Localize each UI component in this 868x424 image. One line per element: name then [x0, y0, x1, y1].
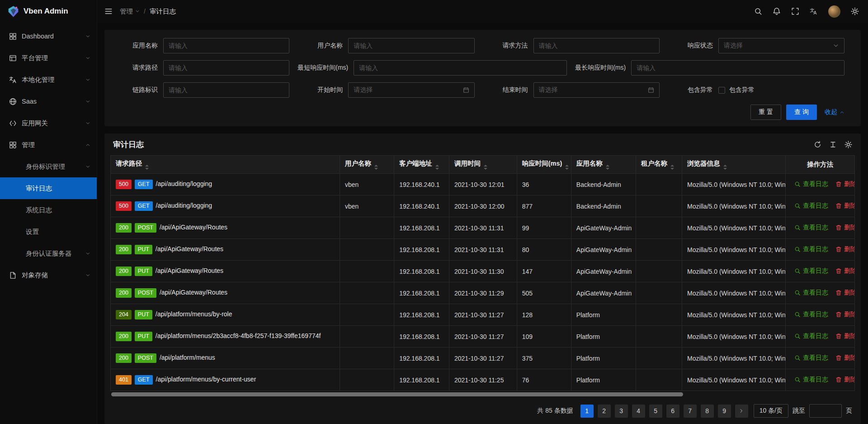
view-log-button[interactable]: 查看日志 — [794, 332, 828, 340]
cell-path: 200POST/api/platform/menus — [111, 348, 340, 369]
collapse-button[interactable]: 收起 — [825, 108, 844, 116]
sort-icon[interactable] — [484, 165, 487, 170]
sort-icon[interactable] — [435, 165, 439, 170]
delete-button[interactable]: 删除 — [835, 289, 855, 297]
view-log-button[interactable]: 查看日志 — [794, 376, 828, 384]
delete-button[interactable]: 删除 — [835, 354, 855, 362]
sort-icon[interactable] — [145, 165, 149, 170]
delete-button[interactable]: 删除 — [835, 202, 855, 210]
menu-collapse-icon[interactable] — [104, 7, 113, 15]
request-method-input[interactable] — [533, 38, 660, 53]
view-log-button[interactable]: 查看日志 — [794, 180, 828, 188]
scrollbar-thumb[interactable] — [111, 392, 683, 396]
page-button-8[interactable]: 8 — [701, 405, 714, 418]
translate-icon[interactable]: 文A — [810, 7, 818, 15]
sort-icon[interactable] — [565, 165, 569, 170]
max-response-time-input[interactable] — [631, 60, 844, 76]
view-log-button[interactable]: 查看日志 — [794, 224, 828, 232]
sidebar-item-5[interactable]: 管理 — [0, 134, 97, 156]
page-button-2[interactable]: 2 — [598, 405, 611, 418]
filter-label: 包含异常 — [668, 86, 718, 94]
table-settings-icon[interactable] — [844, 141, 852, 148]
page-button-7[interactable]: 7 — [684, 405, 697, 418]
bell-icon[interactable] — [773, 7, 781, 15]
page-button-4[interactable]: 4 — [632, 405, 645, 418]
sidebar-item-11[interactable]: 对象存储 — [0, 264, 97, 286]
view-log-button[interactable]: 查看日志 — [794, 202, 828, 210]
sort-icon[interactable] — [723, 165, 727, 170]
delete-button[interactable]: 删除 — [835, 267, 855, 275]
sidebar-item-6[interactable]: 身份标识管理 — [0, 156, 97, 177]
sidebar-item-0[interactable]: Dashboard — [0, 25, 97, 47]
status-badge: 200 — [116, 353, 132, 363]
sort-icon[interactable] — [606, 165, 609, 170]
delete-icon — [835, 333, 842, 339]
view-log-button[interactable]: 查看日志 — [794, 289, 828, 297]
user-avatar[interactable] — [828, 5, 840, 18]
page-size-select[interactable]: 10 条/页 — [754, 404, 788, 418]
user-name-input[interactable] — [348, 38, 474, 53]
min-response-time-input[interactable] — [354, 60, 567, 76]
column-header[interactable]: 客户端地址 — [394, 156, 449, 174]
search-icon[interactable] — [754, 7, 762, 15]
logo[interactable]: Vben Admin — [0, 0, 97, 23]
sidebar-nav: Dashboard平台管理本地化管理Saas应用网关管理身份标识管理审计日志系统… — [0, 23, 97, 424]
start-time-picker[interactable]: 请选择 — [348, 82, 474, 98]
refresh-icon[interactable] — [814, 141, 821, 148]
cell-actions: 查看日志删除 — [785, 217, 854, 239]
filter-label: 响应状态 — [668, 42, 718, 50]
view-log-button[interactable]: 查看日志 — [794, 267, 828, 275]
horizontal-scrollbar[interactable] — [111, 392, 854, 396]
jump-input[interactable] — [809, 404, 842, 418]
view-log-button[interactable]: 查看日志 — [794, 310, 828, 319]
cell-ip: 192.168.240.1 — [394, 195, 449, 217]
column-header[interactable]: 请求路径 — [111, 156, 340, 174]
next-page-button[interactable] — [735, 405, 748, 418]
column-header[interactable]: 响应时间(ms) — [517, 156, 571, 174]
column-height-icon[interactable] — [829, 141, 837, 148]
page-button-9[interactable]: 9 — [718, 405, 731, 418]
sidebar-item-9[interactable]: 设置 — [0, 221, 97, 243]
page-button-3[interactable]: 3 — [615, 405, 628, 418]
sidebar-item-3[interactable]: Saas — [0, 91, 97, 112]
column-header[interactable]: 应用名称 — [571, 156, 636, 174]
view-log-button[interactable]: 查看日志 — [794, 245, 828, 253]
query-button[interactable]: 查 询 — [786, 105, 817, 120]
sidebar-item-4[interactable]: 应用网关 — [0, 112, 97, 134]
page-button-5[interactable]: 5 — [649, 405, 662, 418]
delete-button[interactable]: 删除 — [835, 224, 855, 232]
column-header[interactable]: 调用时间 — [449, 156, 517, 174]
cell-duration: 128 — [517, 304, 571, 326]
view-log-button[interactable]: 查看日志 — [794, 354, 828, 362]
reset-button[interactable]: 重 置 — [750, 105, 781, 120]
delete-button[interactable]: 删除 — [835, 310, 855, 319]
sort-icon[interactable] — [374, 165, 378, 170]
fullscreen-icon[interactable] — [791, 7, 799, 15]
view-icon — [794, 333, 801, 339]
page-button-6[interactable]: 6 — [666, 405, 679, 418]
trace-id-input[interactable] — [163, 82, 289, 98]
column-header[interactable]: 租户名称 — [636, 156, 682, 174]
sidebar-item-8[interactable]: 系统日志 — [0, 199, 97, 221]
vben-logo-icon — [7, 5, 19, 18]
end-time-picker[interactable]: 请选择 — [533, 82, 660, 98]
sidebar-item-2[interactable]: 本地化管理 — [0, 69, 97, 91]
sidebar-item-10[interactable]: 身份认证服务器 — [0, 243, 97, 264]
app-name-input[interactable] — [163, 38, 289, 53]
column-header[interactable]: 浏览器信息 — [682, 156, 786, 174]
column-header[interactable]: 用户名称 — [340, 156, 394, 174]
settings-icon[interactable] — [851, 7, 859, 15]
sort-icon[interactable] — [670, 165, 674, 170]
has-exception-checkbox[interactable] — [718, 87, 725, 94]
delete-button[interactable]: 删除 — [835, 376, 855, 384]
page-button-1[interactable]: 1 — [580, 405, 594, 418]
delete-button[interactable]: 删除 — [835, 180, 855, 188]
request-path-input[interactable] — [163, 60, 289, 76]
delete-button[interactable]: 删除 — [835, 245, 855, 253]
sidebar-item-1[interactable]: 平台管理 — [0, 47, 97, 69]
delete-button[interactable]: 删除 — [835, 332, 855, 340]
response-status-select[interactable]: 请选择 — [718, 38, 844, 53]
breadcrumb-root[interactable]: 管理 — [120, 7, 140, 16]
breadcrumb: 管理 / 审计日志 — [120, 7, 176, 16]
sidebar-item-7[interactable]: 审计日志 — [0, 177, 97, 199]
